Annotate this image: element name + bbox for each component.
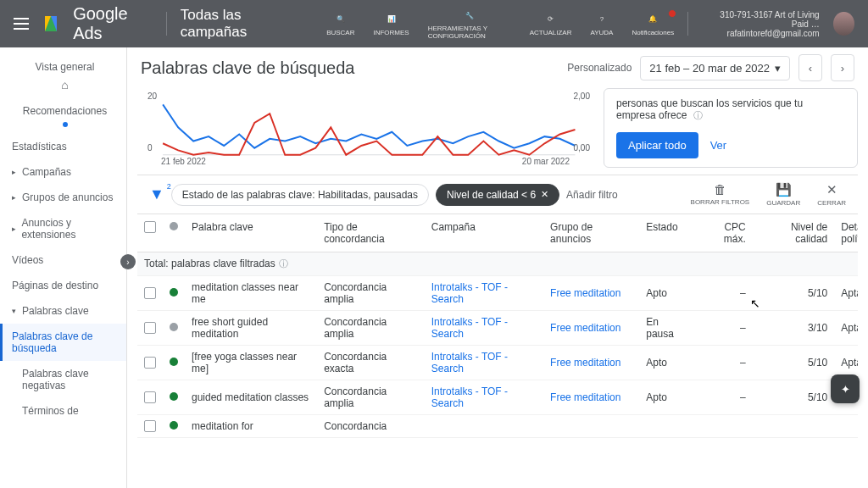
sidebar-item-recommendations[interactable]: Recomendaciones (0, 98, 126, 134)
caret-down-icon: ▾ (12, 307, 17, 315)
status-dot-icon (170, 288, 178, 297)
close-icon: ✕ (826, 182, 837, 197)
adgroup-link[interactable]: Free meditation (550, 357, 620, 369)
campaign-link[interactable]: Introtalks - TOF - Search (431, 351, 508, 374)
cell-cpc: – (695, 276, 753, 311)
col-keyword[interactable]: Palabra clave (185, 214, 317, 252)
col-match[interactable]: Tipo de concordancia (317, 214, 425, 252)
status-header-icon (170, 222, 178, 230)
reports-button[interactable]: 📊INFORMES (373, 12, 409, 36)
adgroup-link[interactable]: Free meditation (550, 322, 620, 334)
help-icon: ? (594, 12, 609, 27)
date-prev-button[interactable]: ‹ (798, 54, 822, 81)
filter-icon[interactable]: ▼2 (149, 186, 164, 203)
cell-policy: Apta (834, 276, 858, 311)
info-icon[interactable]: ⓘ (693, 110, 703, 120)
col-adgroup[interactable]: Grupo de anuncios (543, 214, 639, 252)
cell-cpc: – (695, 311, 753, 346)
status-dot-icon (170, 323, 178, 331)
sidebar-item-overview[interactable]: Vista general⌂ (0, 54, 126, 98)
cell-status: Apto (639, 346, 694, 380)
date-next-button[interactable]: › (831, 54, 854, 81)
row-checkbox[interactable] (144, 357, 156, 369)
table-row[interactable]: free short guided meditationConcordancia… (137, 311, 858, 346)
dot-icon (63, 122, 68, 127)
sidebar-item-keywords[interactable]: ▾Palabras clave (0, 298, 126, 324)
cell-status (639, 415, 694, 438)
avatar[interactable] (833, 12, 854, 36)
sidebar-item-search-keywords[interactable]: Palabras clave de búsqueda (0, 324, 126, 361)
campaign-link[interactable]: Introtalks - TOF - Search (431, 281, 508, 305)
col-quality[interactable]: Nivel de calidad (753, 214, 834, 252)
select-all-checkbox[interactable] (144, 221, 156, 233)
save-button[interactable]: 💾GUARDAR (766, 182, 800, 207)
page-title: Palabras clave de búsqueda (141, 58, 559, 78)
logo-icon (45, 16, 57, 31)
refresh-button[interactable]: ⟳ACTUALIZAR (530, 12, 572, 36)
sidebar-item-insights[interactable]: Estadísticas (0, 134, 126, 159)
col-cpc[interactable]: CPC máx. (695, 214, 753, 252)
filter-chip-quality[interactable]: Nivel de calidad < 6✕ (436, 184, 559, 206)
sidebar-item-search-terms[interactable]: Términos de (0, 398, 126, 424)
notifications-button[interactable]: 🔔Notificaciones (632, 12, 674, 36)
row-checkbox[interactable] (144, 322, 156, 334)
tools-button[interactable]: 🔧HERRAMIENTAS Y CONFIGURACIÓN (428, 8, 511, 40)
filter-chip-status[interactable]: Estado de las palabras clave: Habilitada… (171, 184, 429, 206)
menu-icon[interactable] (14, 18, 29, 30)
cell-policy: Apta (834, 311, 858, 346)
close-button[interactable]: ✕CERRAR (817, 182, 846, 207)
search-button[interactable]: 🔍BUSCAR (326, 12, 354, 36)
cell-cpc (695, 415, 753, 438)
table-row[interactable]: meditation classes near meConcordancia a… (137, 276, 858, 311)
status-dot-icon (170, 392, 178, 401)
help-button[interactable]: ?AYUDA (590, 12, 613, 36)
sidebar-item-videos[interactable]: Vídeos (0, 247, 126, 273)
sidebar-item-campaigns[interactable]: ▸Campañas (0, 159, 126, 185)
row-checkbox[interactable] (144, 287, 156, 299)
cell-quality: 5/10 (753, 380, 834, 415)
campaign-link[interactable]: Introtalks - TOF - Search (431, 316, 508, 340)
expand-sidebar-button[interactable]: › (120, 254, 136, 269)
sidebar: Vista general⌂ Recomendaciones Estadísti… (0, 47, 127, 488)
chart-icon: 📊 (384, 12, 399, 27)
info-icon[interactable]: ⓘ (279, 258, 288, 269)
date-range-picker[interactable]: 21 feb – 20 mar de 2022▾ (640, 56, 790, 80)
account-info[interactable]: 310-791-3167 Art of Living Paid … rafati… (702, 10, 820, 38)
adgroup-link[interactable]: Free meditation (550, 287, 620, 299)
sidebar-item-negative-keywords[interactable]: Palabras clave negativas (0, 361, 126, 398)
sidebar-item-ads-extensions[interactable]: ▸Anuncios y extensiones (0, 210, 126, 247)
row-checkbox[interactable] (144, 420, 156, 432)
main-content: Palabras clave de búsqueda Personalizado… (127, 47, 868, 488)
sidebar-item-landing-pages[interactable]: Páginas de destino (0, 273, 126, 298)
view-link[interactable]: Ver (710, 139, 727, 152)
campaign-link[interactable]: Introtalks - TOF - Search (431, 385, 508, 409)
row-checkbox[interactable] (144, 391, 156, 403)
recommendation-card: personas que buscan los servicios que tu… (604, 88, 858, 168)
cell-keyword: meditation for (185, 415, 317, 438)
table-row[interactable]: [free yoga classes near me]Concordancia … (137, 346, 858, 380)
wrench-icon: 🔧 (462, 8, 477, 23)
campaign-scope[interactable]: Todas las campañas (181, 7, 299, 41)
remove-filter-icon[interactable]: ✕ (541, 189, 548, 200)
cell-match: Concordancia (317, 415, 425, 438)
table-row[interactable]: guided meditation classesConcordancia am… (137, 380, 858, 415)
add-filter-button[interactable]: Añadir filtro (566, 189, 618, 201)
col-policy[interactable]: Detalles de la política (834, 214, 858, 252)
col-status[interactable]: Estado (639, 214, 694, 252)
sidebar-item-adgroups[interactable]: ▸Grupos de anuncios (0, 185, 126, 210)
apply-all-button[interactable]: Aplicar todo (616, 132, 698, 158)
chevron-down-icon: ▾ (775, 62, 781, 75)
table-row[interactable]: meditation forConcordancia (137, 415, 858, 438)
caret-icon: ▸ (12, 225, 16, 233)
col-campaign[interactable]: Campaña (425, 214, 543, 252)
cell-status: En pausa (639, 311, 694, 346)
adgroup-link[interactable]: Free meditation (550, 391, 620, 403)
top-actions: 🔍BUSCAR 📊INFORMES 🔧HERRAMIENTAS Y CONFIG… (326, 8, 674, 40)
bell-icon: 🔔 (645, 12, 660, 27)
cell-match: Concordancia amplia (317, 380, 425, 415)
help-fab[interactable]: ✦ (831, 374, 860, 403)
cell-match: Concordancia exacta (317, 346, 425, 380)
clear-filters-button[interactable]: 🗑BORRAR FILTROS (691, 182, 750, 207)
save-icon: 💾 (776, 182, 792, 197)
caret-icon: ▸ (12, 168, 17, 176)
